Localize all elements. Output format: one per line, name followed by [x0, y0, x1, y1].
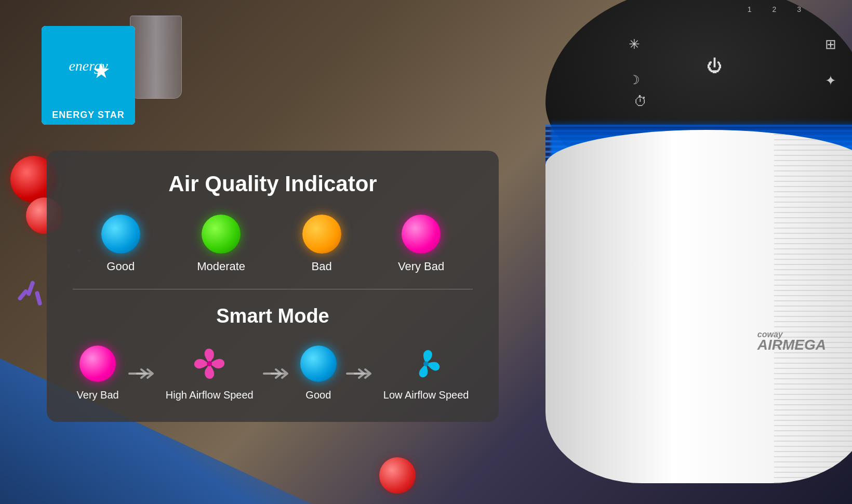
flow-label-low-airflow: Low Airflow Speed — [383, 389, 469, 401]
arrow-3 — [344, 363, 376, 384]
indicator-moderate: Moderate — [197, 215, 245, 273]
device-body: coway AIRMEGA — [545, 130, 852, 483]
label-bad: Bad — [311, 260, 331, 273]
fan-icon-pink — [191, 346, 228, 382]
smart-mode-title: Smart Mode — [73, 305, 473, 327]
label-moderate: Moderate — [197, 260, 245, 273]
arrow-icon-1 — [127, 363, 158, 384]
energy-star-graphic: energy ★ — [42, 26, 135, 105]
light-icon[interactable]: ✦ — [825, 73, 836, 89]
fan-control-icon[interactable]: ✳ — [629, 36, 640, 52]
brand-text: coway AIRMEGA — [757, 330, 826, 353]
flow-high-airflow: High Airflow Speed — [166, 346, 254, 401]
svg-point-1 — [423, 361, 429, 366]
arrow-2 — [261, 363, 292, 384]
label-good: Good — [106, 260, 135, 273]
arrow-1 — [127, 363, 158, 384]
flow-good: Good — [300, 346, 337, 401]
timer-icon[interactable]: ⏱ — [634, 94, 647, 110]
indicator-very-bad: Very Bad — [398, 215, 444, 273]
arrow-icon-3 — [344, 363, 376, 384]
fan-icon-cyan — [408, 346, 444, 382]
smart-mode-flow: Very Bad — [73, 346, 473, 401]
fan-svg-pink — [191, 346, 228, 382]
lock-icon[interactable]: 🔒 — [829, 5, 842, 18]
dot-very-bad — [402, 215, 441, 254]
schedule-icon[interactable]: ⊞ — [825, 36, 836, 52]
microbe-3 — [379, 457, 416, 494]
flow-dot-very-bad — [79, 346, 116, 382]
air-purifier-device: 1 2 3 ✳ ⏻ ⏱ ☽ ⊞ ✦ 🔒 1hr 2hr 4hr 8hr — [478, 0, 852, 504]
indicator-bad: Bad — [302, 215, 341, 273]
arrow-icon-2 — [261, 363, 292, 384]
power-icon[interactable]: ⏻ — [707, 57, 722, 75]
fan-svg-cyan — [408, 346, 444, 382]
section-divider — [73, 289, 473, 289]
flow-label-very-bad: Very Bad — [77, 389, 119, 401]
speed-numbers: 1 2 3 — [748, 5, 810, 14]
air-quality-indicators: Good Moderate Bad Very Bad — [73, 215, 473, 273]
dot-bad — [302, 215, 341, 254]
flow-label-good: Good — [305, 389, 331, 401]
dot-moderate — [202, 215, 241, 254]
air-quality-panel: Air Quality Indicator Good Moderate Bad … — [47, 151, 499, 422]
flow-dot-good — [300, 346, 337, 382]
energy-star-label: ENERGY STAR — [42, 105, 135, 125]
vent-pattern — [774, 130, 852, 483]
glass-object — [130, 16, 182, 99]
energy-star-logo: energy ★ ENERGY STAR — [42, 26, 135, 125]
label-very-bad: Very Bad — [398, 260, 444, 273]
svg-point-0 — [207, 361, 212, 366]
panel-title: Air Quality Indicator — [73, 171, 473, 196]
dot-good — [101, 215, 140, 254]
flow-very-bad: Very Bad — [77, 346, 119, 401]
star-icon: ★ — [92, 59, 111, 83]
flow-low-airflow: Low Airflow Speed — [383, 346, 469, 401]
indicator-good: Good — [101, 215, 140, 273]
sleep-icon[interactable]: ☽ — [629, 73, 640, 87]
flow-label-high-airflow: High Airflow Speed — [166, 389, 254, 401]
